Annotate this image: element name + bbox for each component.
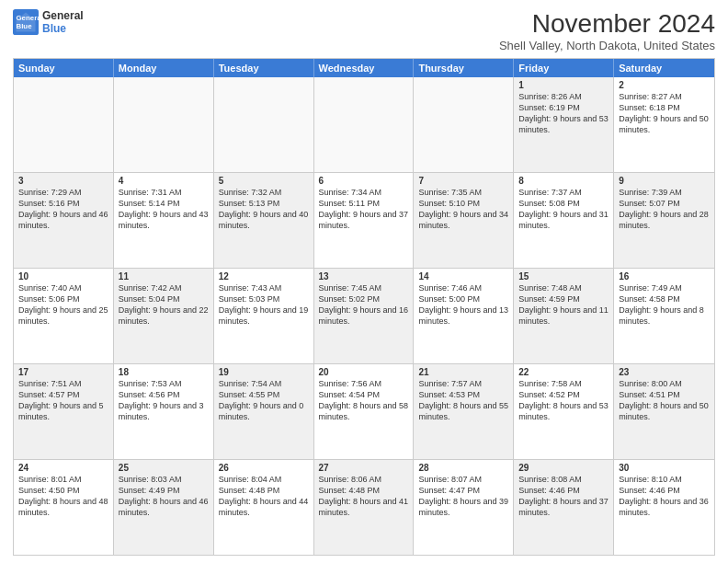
cal-cell: 11Sunrise: 7:42 AM Sunset: 5:04 PM Dayli…	[114, 269, 214, 363]
title-block: November 2024 Shell Valley, North Dakota…	[499, 9, 715, 52]
cal-cell	[14, 77, 114, 172]
cal-cell: 21Sunrise: 7:57 AM Sunset: 4:53 PM Dayli…	[414, 364, 514, 459]
page: General Blue General Blue November 2024 …	[0, 0, 728, 563]
cal-cell: 15Sunrise: 7:48 AM Sunset: 4:59 PM Dayli…	[514, 269, 614, 363]
day-header-saturday: Saturday	[614, 59, 714, 77]
cell-info: Sunrise: 8:04 AM Sunset: 4:48 PM Dayligh…	[219, 474, 309, 519]
cell-info: Sunrise: 7:32 AM Sunset: 5:13 PM Dayligh…	[219, 187, 309, 232]
day-header-monday: Monday	[114, 59, 214, 77]
day-number: 12	[219, 271, 309, 282]
cal-cell: 26Sunrise: 8:04 AM Sunset: 4:48 PM Dayli…	[214, 460, 314, 555]
cal-cell	[114, 77, 214, 172]
day-number: 25	[119, 463, 209, 473]
cal-cell: 6Sunrise: 7:34 AM Sunset: 5:11 PM Daylig…	[314, 173, 415, 268]
cal-cell: 29Sunrise: 8:08 AM Sunset: 4:46 PM Dayli…	[514, 460, 614, 555]
cell-info: Sunrise: 8:10 AM Sunset: 4:46 PM Dayligh…	[619, 474, 710, 519]
calendar: SundayMondayTuesdayWednesdayThursdayFrid…	[13, 58, 715, 556]
cell-info: Sunrise: 7:39 AM Sunset: 5:07 PM Dayligh…	[619, 187, 710, 232]
cal-cell: 17Sunrise: 7:51 AM Sunset: 4:57 PM Dayli…	[14, 364, 114, 459]
day-header-tuesday: Tuesday	[214, 59, 314, 77]
cal-cell: 7Sunrise: 7:35 AM Sunset: 5:10 PM Daylig…	[414, 173, 514, 268]
cal-cell: 24Sunrise: 8:01 AM Sunset: 4:50 PM Dayli…	[14, 460, 114, 555]
cal-cell: 28Sunrise: 8:07 AM Sunset: 4:47 PM Dayli…	[414, 460, 514, 555]
cell-info: Sunrise: 7:37 AM Sunset: 5:08 PM Dayligh…	[518, 187, 609, 232]
day-number: 6	[319, 176, 409, 186]
cell-info: Sunrise: 8:06 AM Sunset: 4:48 PM Dayligh…	[319, 474, 409, 519]
logo-text-general: General	[42, 9, 84, 22]
cal-cell: 27Sunrise: 8:06 AM Sunset: 4:48 PM Dayli…	[314, 460, 415, 555]
day-header-friday: Friday	[514, 59, 614, 77]
day-number: 14	[418, 271, 508, 282]
day-number: 18	[119, 367, 209, 377]
cell-info: Sunrise: 8:03 AM Sunset: 4:49 PM Dayligh…	[119, 474, 209, 519]
cal-cell	[214, 77, 314, 172]
cell-info: Sunrise: 7:48 AM Sunset: 4:59 PM Dayligh…	[518, 282, 609, 327]
cal-row-2: 10Sunrise: 7:40 AM Sunset: 5:06 PM Dayli…	[14, 269, 714, 364]
day-number: 22	[518, 367, 609, 377]
day-number: 29	[518, 463, 609, 473]
day-number: 17	[18, 367, 108, 377]
day-number: 16	[619, 271, 710, 282]
cal-cell: 16Sunrise: 7:49 AM Sunset: 4:58 PM Dayli…	[614, 269, 714, 363]
cal-cell: 23Sunrise: 8:00 AM Sunset: 4:51 PM Dayli…	[614, 364, 714, 459]
cal-row-0: 1Sunrise: 8:26 AM Sunset: 6:19 PM Daylig…	[14, 77, 714, 173]
cal-cell	[414, 77, 514, 172]
subtitle: Shell Valley, North Dakota, United State…	[499, 39, 715, 52]
svg-text:Blue: Blue	[17, 22, 33, 30]
day-number: 3	[18, 176, 108, 186]
cal-cell: 12Sunrise: 7:43 AM Sunset: 5:03 PM Dayli…	[214, 269, 314, 363]
cell-info: Sunrise: 7:54 AM Sunset: 4:55 PM Dayligh…	[219, 378, 309, 423]
cell-info: Sunrise: 7:46 AM Sunset: 5:00 PM Dayligh…	[418, 282, 508, 327]
cell-info: Sunrise: 7:51 AM Sunset: 4:57 PM Dayligh…	[18, 378, 108, 423]
cell-info: Sunrise: 7:49 AM Sunset: 4:58 PM Dayligh…	[619, 282, 710, 327]
day-number: 15	[518, 271, 609, 282]
day-number: 24	[18, 463, 108, 473]
cell-info: Sunrise: 7:43 AM Sunset: 5:03 PM Dayligh…	[219, 282, 309, 327]
cell-info: Sunrise: 7:58 AM Sunset: 4:52 PM Dayligh…	[518, 378, 609, 423]
day-number: 21	[418, 367, 508, 377]
cal-cell: 3Sunrise: 7:29 AM Sunset: 5:16 PM Daylig…	[14, 173, 114, 268]
calendar-body: 1Sunrise: 8:26 AM Sunset: 6:19 PM Daylig…	[14, 77, 714, 555]
calendar-header-row: SundayMondayTuesdayWednesdayThursdayFrid…	[14, 59, 714, 77]
day-number: 11	[119, 271, 209, 282]
cell-info: Sunrise: 8:01 AM Sunset: 4:50 PM Dayligh…	[18, 474, 108, 519]
cal-cell: 9Sunrise: 7:39 AM Sunset: 5:07 PM Daylig…	[614, 173, 714, 268]
day-number: 1	[518, 80, 609, 90]
day-number: 20	[319, 367, 409, 377]
cal-cell: 19Sunrise: 7:54 AM Sunset: 4:55 PM Dayli…	[214, 364, 314, 459]
cell-info: Sunrise: 8:26 AM Sunset: 6:19 PM Dayligh…	[518, 91, 609, 136]
cal-cell: 4Sunrise: 7:31 AM Sunset: 5:14 PM Daylig…	[114, 173, 214, 268]
cal-cell: 20Sunrise: 7:56 AM Sunset: 4:54 PM Dayli…	[314, 364, 415, 459]
cal-cell: 22Sunrise: 7:58 AM Sunset: 4:52 PM Dayli…	[514, 364, 614, 459]
cal-row-4: 24Sunrise: 8:01 AM Sunset: 4:50 PM Dayli…	[14, 460, 714, 555]
day-number: 10	[18, 271, 108, 282]
day-number: 7	[418, 176, 508, 186]
day-number: 26	[219, 463, 309, 473]
day-header-sunday: Sunday	[14, 59, 114, 77]
day-header-wednesday: Wednesday	[314, 59, 415, 77]
cell-info: Sunrise: 7:45 AM Sunset: 5:02 PM Dayligh…	[319, 282, 409, 327]
cell-info: Sunrise: 7:42 AM Sunset: 5:04 PM Dayligh…	[119, 282, 209, 327]
cell-info: Sunrise: 8:07 AM Sunset: 4:47 PM Dayligh…	[418, 474, 508, 519]
day-number: 8	[518, 176, 609, 186]
cal-cell: 13Sunrise: 7:45 AM Sunset: 5:02 PM Dayli…	[314, 269, 415, 363]
svg-text:General: General	[17, 15, 40, 23]
main-title: November 2024	[499, 9, 715, 39]
day-number: 4	[119, 176, 209, 186]
cal-cell: 18Sunrise: 7:53 AM Sunset: 4:56 PM Dayli…	[114, 364, 214, 459]
cal-cell: 30Sunrise: 8:10 AM Sunset: 4:46 PM Dayli…	[614, 460, 714, 555]
cal-cell: 25Sunrise: 8:03 AM Sunset: 4:49 PM Dayli…	[114, 460, 214, 555]
cell-info: Sunrise: 7:57 AM Sunset: 4:53 PM Dayligh…	[418, 378, 508, 423]
cell-info: Sunrise: 7:34 AM Sunset: 5:11 PM Dayligh…	[319, 187, 409, 232]
cell-info: Sunrise: 7:35 AM Sunset: 5:10 PM Dayligh…	[418, 187, 508, 232]
cell-info: Sunrise: 8:27 AM Sunset: 6:18 PM Dayligh…	[619, 91, 710, 136]
cal-cell: 10Sunrise: 7:40 AM Sunset: 5:06 PM Dayli…	[14, 269, 114, 363]
cal-row-3: 17Sunrise: 7:51 AM Sunset: 4:57 PM Dayli…	[14, 364, 714, 460]
day-number: 23	[619, 367, 710, 377]
day-number: 30	[619, 463, 710, 473]
day-number: 9	[619, 176, 710, 186]
header: General Blue General Blue November 2024 …	[13, 9, 715, 52]
cell-info: Sunrise: 7:31 AM Sunset: 5:14 PM Dayligh…	[119, 187, 209, 232]
day-number: 2	[619, 80, 710, 90]
day-number: 27	[319, 463, 409, 473]
